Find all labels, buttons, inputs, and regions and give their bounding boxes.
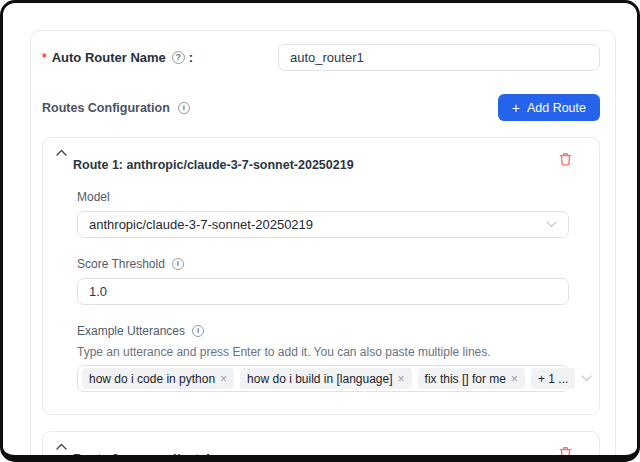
trash-icon: [558, 445, 573, 461]
plus-icon: +: [512, 101, 520, 115]
utterance-tag-text: how do i code in python: [89, 372, 215, 386]
routes-configuration-label-text: Routes Configuration: [42, 101, 170, 115]
delete-route-1-button[interactable]: [558, 151, 573, 167]
auto-router-form-panel: * Auto Router Name ? : Routes Configurat…: [30, 30, 616, 462]
chevron-down-icon: [581, 375, 592, 382]
auto-router-name-input[interactable]: [278, 44, 600, 71]
route-1-header[interactable]: Route 1: anthropic/claude-3-7-sonnet-202…: [43, 138, 599, 176]
info-icon[interactable]: i: [178, 102, 190, 114]
route-2-header[interactable]: Route 2: azure_ai/gpt-4o: [43, 432, 599, 462]
label-colon: :: [189, 50, 193, 65]
overflow-tag-text: + 1 ...: [538, 372, 568, 386]
route-2-title: Route 2: azure_ai/gpt-4o: [73, 452, 218, 462]
utterance-tag: fix this [] for me ×: [418, 368, 525, 389]
routes-configuration-row: Routes Configuration i + Add Route: [42, 94, 600, 121]
routes-configuration-label: Routes Configuration i: [42, 101, 190, 115]
auto-router-name-label: * Auto Router Name ? :: [42, 50, 193, 65]
chevron-down-icon: [546, 221, 557, 228]
model-label: Model: [77, 190, 110, 204]
add-route-label: Add Route: [527, 101, 586, 115]
utterances-help-text: Type an utterance and press Enter to add…: [77, 345, 569, 359]
close-icon[interactable]: ×: [511, 373, 518, 385]
example-utterances-label-text: Example Utterances: [77, 324, 185, 338]
info-icon[interactable]: i: [192, 325, 204, 337]
help-icon[interactable]: ?: [172, 51, 185, 64]
trash-icon: [558, 151, 573, 167]
info-icon[interactable]: i: [172, 258, 184, 270]
required-asterisk: *: [42, 51, 47, 65]
model-label-text: Model: [77, 190, 110, 204]
model-select[interactable]: anthropic/claude-3-7-sonnet-20250219: [77, 211, 569, 238]
route-1-title: Route 1: anthropic/claude-3-7-sonnet-202…: [73, 158, 354, 172]
route-card-2: Route 2: azure_ai/gpt-4o: [42, 431, 600, 462]
chevron-up-icon[interactable]: [56, 149, 67, 156]
add-route-button[interactable]: + Add Route: [498, 94, 600, 121]
score-threshold-label: Score Threshold i: [77, 257, 184, 271]
utterance-tag: how do i code in python ×: [82, 368, 234, 389]
score-threshold-input[interactable]: [77, 278, 569, 305]
close-icon[interactable]: ×: [398, 373, 405, 385]
route-card-1: Route 1: anthropic/claude-3-7-sonnet-202…: [42, 137, 600, 415]
delete-route-2-button[interactable]: [558, 445, 573, 461]
close-icon[interactable]: ×: [220, 373, 227, 385]
utterances-tags-input[interactable]: how do i code in python × how do i build…: [77, 365, 569, 392]
auto-router-name-label-text: Auto Router Name: [52, 50, 166, 65]
utterance-tag-text: how do i build in [language]: [247, 372, 392, 386]
utterance-tag: how do i build in [language] ×: [240, 368, 411, 389]
score-threshold-label-text: Score Threshold: [77, 257, 165, 271]
example-utterances-label: Example Utterances i: [77, 324, 204, 338]
window-frame: * Auto Router Name ? : Routes Configurat…: [0, 0, 640, 462]
utterance-tag-text: fix this [] for me: [425, 372, 506, 386]
auto-router-name-row: * Auto Router Name ? :: [42, 44, 600, 71]
overflow-tag[interactable]: + 1 ...: [531, 368, 575, 389]
model-select-value: anthropic/claude-3-7-sonnet-20250219: [89, 217, 313, 232]
chevron-up-icon[interactable]: [56, 443, 67, 450]
route-1-body: Model anthropic/claude-3-7-sonnet-202502…: [43, 176, 599, 414]
